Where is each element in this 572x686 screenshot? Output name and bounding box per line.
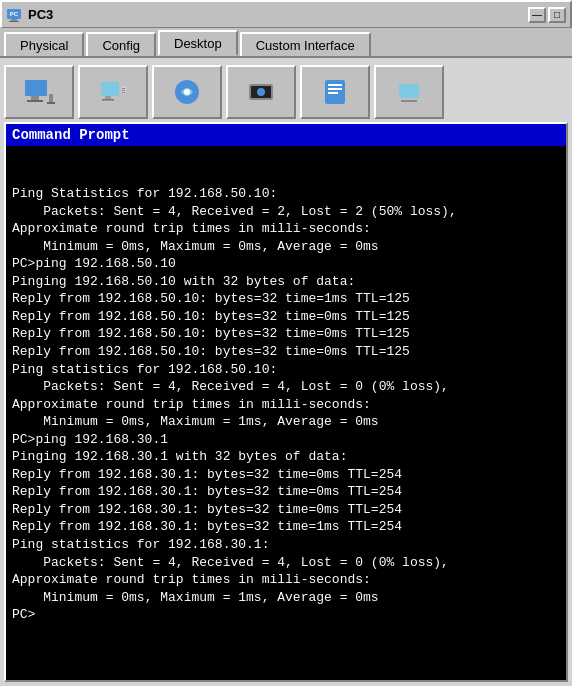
toolbar-icon-6 <box>393 76 425 108</box>
cmd-title-bar: Command Prompt <box>6 124 566 146</box>
svg-rect-4 <box>25 80 47 96</box>
toolbar-strip <box>4 62 568 122</box>
cmd-window: Command Prompt Ping Statistics for 192.1… <box>4 122 568 682</box>
cmd-line: Pinging 192.168.30.1 with 32 bytes of da… <box>12 448 560 466</box>
cmd-line: Reply from 192.168.50.10: bytes=32 time=… <box>12 343 560 361</box>
svg-rect-15 <box>122 92 125 93</box>
title-bar-buttons: — □ <box>528 7 566 23</box>
svg-rect-2 <box>9 21 19 22</box>
maximize-button[interactable]: □ <box>548 7 566 23</box>
pc-icon: PC <box>6 7 22 23</box>
cmd-line: Pinging 192.168.50.10 with 32 bytes of d… <box>12 273 560 291</box>
toolbar-icon-4 <box>245 76 277 108</box>
main-area: Command Prompt Ping Statistics for 192.1… <box>0 58 572 686</box>
svg-rect-10 <box>105 96 111 99</box>
cmd-line: Reply from 192.168.30.1: bytes=32 time=0… <box>12 466 560 484</box>
toolbar-btn-3[interactable] <box>152 65 222 119</box>
cmd-line: PC> <box>12 606 560 624</box>
toolbar-btn-4[interactable] <box>226 65 296 119</box>
tab-bar: Physical Config Desktop Custom Interface <box>0 28 572 58</box>
cmd-line: Packets: Sent = 4, Received = 2, Lost = … <box>12 203 560 221</box>
svg-point-20 <box>257 88 265 96</box>
svg-rect-14 <box>122 90 125 91</box>
cmd-line: Reply from 192.168.30.1: bytes=32 time=0… <box>12 501 560 519</box>
svg-rect-27 <box>401 100 417 102</box>
svg-point-17 <box>184 89 190 95</box>
svg-rect-26 <box>399 84 419 98</box>
cmd-line: Approximate round trip times in milli-se… <box>12 220 560 238</box>
toolbar-btn-1[interactable] <box>4 65 74 119</box>
tab-custom-interface[interactable]: Custom Interface <box>240 32 371 56</box>
cmd-line: Ping Statistics for 192.168.50.10: <box>12 185 560 203</box>
cmd-line: Reply from 192.168.50.10: bytes=32 time=… <box>12 325 560 343</box>
svg-rect-23 <box>328 88 342 90</box>
toolbar-icon-3 <box>171 76 203 108</box>
cmd-line: PC>ping 192.168.30.1 <box>12 431 560 449</box>
svg-text:PC: PC <box>10 11 19 17</box>
toolbar-btn-5[interactable] <box>300 65 370 119</box>
cmd-line: Reply from 192.168.50.10: bytes=32 time=… <box>12 308 560 326</box>
cmd-line: Approximate round trip times in milli-se… <box>12 396 560 414</box>
svg-rect-11 <box>102 99 114 101</box>
cmd-content[interactable]: Ping Statistics for 192.168.50.10: Packe… <box>6 146 566 680</box>
svg-rect-8 <box>47 102 55 104</box>
svg-rect-6 <box>27 100 43 102</box>
tab-config[interactable]: Config <box>86 32 156 56</box>
cmd-line: Approximate round trip times in milli-se… <box>12 571 560 589</box>
toolbar-icon-1 <box>23 76 55 108</box>
cmd-line: Packets: Sent = 4, Received = 4, Lost = … <box>12 554 560 572</box>
cmd-line: Minimum = 0ms, Maximum = 1ms, Average = … <box>12 589 560 607</box>
cmd-line: Ping statistics for 192.168.50.10: <box>12 361 560 379</box>
svg-rect-13 <box>122 88 125 89</box>
cmd-line: Reply from 192.168.30.1: bytes=32 time=1… <box>12 518 560 536</box>
toolbar-btn-6[interactable] <box>374 65 444 119</box>
svg-rect-22 <box>328 84 342 86</box>
cmd-line: Minimum = 0ms, Maximum = 0ms, Average = … <box>12 238 560 256</box>
window-title: PC3 <box>28 7 53 22</box>
cmd-line: Reply from 192.168.30.1: bytes=32 time=0… <box>12 483 560 501</box>
minimize-button[interactable]: — <box>528 7 546 23</box>
tab-physical[interactable]: Physical <box>4 32 84 56</box>
svg-rect-9 <box>101 82 119 96</box>
cmd-line: Minimum = 0ms, Maximum = 1ms, Average = … <box>12 413 560 431</box>
title-bar-left: PC PC3 <box>6 7 53 23</box>
cmd-line: Ping statistics for 192.168.30.1: <box>12 536 560 554</box>
toolbar-icon-2 <box>97 76 129 108</box>
title-bar: PC PC3 — □ <box>0 0 572 28</box>
cmd-line: PC>ping 192.168.50.10 <box>12 255 560 273</box>
toolbar-icon-5 <box>319 76 351 108</box>
cmd-line: Reply from 192.168.50.10: bytes=32 time=… <box>12 290 560 308</box>
cmd-line: Packets: Sent = 4, Received = 4, Lost = … <box>12 378 560 396</box>
toolbar-btn-2[interactable] <box>78 65 148 119</box>
svg-rect-24 <box>328 92 338 94</box>
svg-rect-5 <box>31 96 39 100</box>
cmd-title-text: Command Prompt <box>12 127 130 143</box>
tab-desktop[interactable]: Desktop <box>158 30 238 56</box>
svg-rect-1 <box>11 19 17 21</box>
